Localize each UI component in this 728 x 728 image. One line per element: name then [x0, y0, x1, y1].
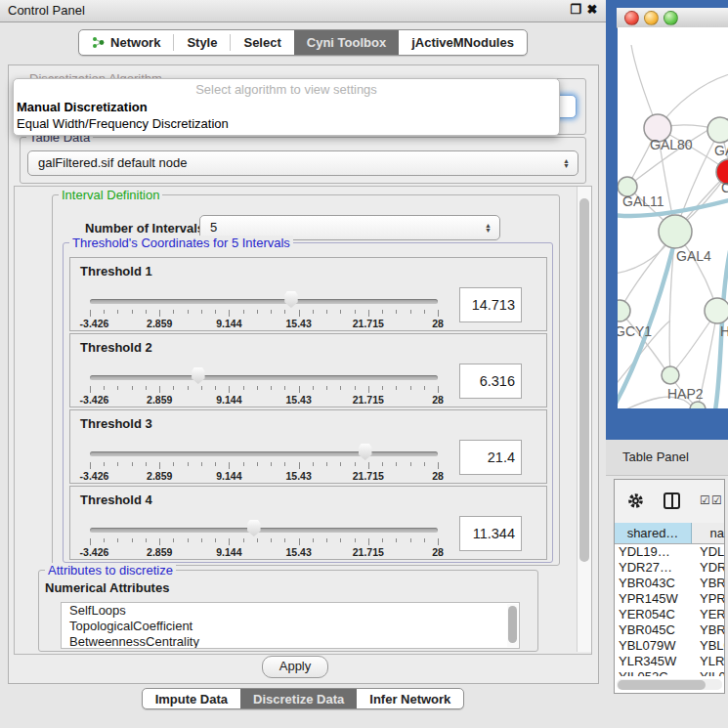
list-item[interactable]: SelfLoops: [62, 603, 519, 619]
table-row[interactable]: YER054CYER0: [615, 607, 724, 622]
threshold-1-value-field[interactable]: 14.713: [459, 287, 522, 322]
tick-mark: [284, 386, 285, 390]
slider-track[interactable]: [90, 299, 438, 304]
column-header-shared-name[interactable]: shared…: [615, 523, 692, 544]
tick-label: 28: [432, 318, 444, 329]
tick-mark: [368, 538, 369, 545]
tab-select[interactable]: Select: [231, 30, 293, 55]
tick-mark: [355, 538, 356, 542]
zoom-traffic-light[interactable]: [664, 11, 678, 25]
network-node-label: HAP2: [667, 386, 704, 402]
network-view-window: GAL80GACGAL11GAL4GCY1HHAP2: [606, 0, 728, 440]
panel-vertical-scrollbar[interactable]: [577, 187, 591, 652]
slider-thumb[interactable]: [283, 291, 298, 308]
app-root: Control Panel ❐ ✖ Network Style: [0, 0, 728, 728]
threshold-2-label: Threshold 2: [80, 340, 152, 355]
tick-label: 28: [432, 394, 444, 406]
network-node-label: GAL4: [676, 248, 711, 264]
threshold-4-value-field[interactable]: 11.344: [459, 516, 522, 551]
popup-option-equal-width-frequency[interactable]: Equal Width/Frequency Discretization: [17, 116, 229, 131]
tick-mark: [104, 386, 105, 390]
slider-track[interactable]: [90, 451, 438, 456]
tick-mark: [410, 462, 411, 466]
tick-mark: [382, 386, 383, 390]
scrollbar-thumb[interactable]: [618, 680, 706, 690]
tick-mark: [146, 386, 147, 390]
table-row[interactable]: YIL052CYIL0: [615, 669, 724, 676]
slider-track[interactable]: [90, 528, 438, 533]
combo-spinner-icon[interactable]: ▲▼: [563, 158, 570, 168]
network-node[interactable]: [662, 366, 679, 384]
checkbox-icon[interactable]: ☑: [711, 493, 722, 507]
table-row[interactable]: YDL19…YDL1: [615, 544, 724, 560]
scrollbar-thumb[interactable]: [579, 198, 589, 562]
tick-label: 2.859: [147, 394, 172, 406]
tick-mark: [173, 538, 174, 542]
algorithm-dropdown-popup: Select algorithm to view settings Manual…: [13, 78, 560, 136]
tab-style[interactable]: Style: [174, 30, 230, 55]
interval-definition-group: Interval Definition Number of Intervals …: [52, 194, 560, 566]
slider-thumb[interactable]: [191, 367, 205, 384]
close-icon[interactable]: ✖: [584, 2, 600, 18]
columns-icon[interactable]: [664, 492, 680, 509]
tick-mark: [229, 538, 230, 545]
tick-mark: [243, 462, 244, 466]
numerical-attributes-list[interactable]: SelfLoops TopologicalCoefficient Between…: [61, 602, 520, 649]
tick-mark: [340, 310, 341, 314]
tick-label: 2.859: [147, 546, 172, 558]
table-toolbar: ☑ ☑: [615, 480, 724, 524]
tick-label: 21.715: [353, 470, 384, 482]
table-row[interactable]: YDR27…YDR2: [615, 560, 724, 576]
tick-mark: [117, 462, 118, 466]
tab-jactivemnodules[interactable]: jActiveMNodules: [399, 30, 527, 55]
combo-spinner-icon[interactable]: ▲▼: [485, 223, 492, 233]
table-row[interactable]: YPR145WYPR1: [615, 591, 724, 607]
network-node[interactable]: [659, 215, 692, 248]
tick-mark: [201, 538, 202, 542]
tab-network[interactable]: Network: [79, 30, 173, 55]
float-window-icon[interactable]: ❐: [568, 2, 583, 18]
network-canvas[interactable]: GAL80GACGAL11GAL4GCY1HHAP2: [618, 27, 728, 408]
threshold-3-value-field[interactable]: 21.4: [459, 440, 522, 475]
slider-track[interactable]: [90, 375, 438, 380]
tab-infer-network[interactable]: Infer Network: [357, 689, 463, 708]
threshold-4-slider[interactable]: [90, 520, 438, 537]
checkbox-icon[interactable]: ☑: [700, 493, 710, 507]
minimize-traffic-light[interactable]: [644, 11, 659, 25]
popup-option-manual-discretization[interactable]: Manual Discretization: [17, 100, 148, 114]
table-row[interactable]: YBL079WYBL0: [615, 638, 724, 654]
column-header-name[interactable]: na: [692, 523, 724, 544]
tick-mark: [313, 462, 314, 466]
table-row[interactable]: YLR345WYLR3: [615, 654, 724, 669]
table-data-combobox[interactable]: galFiltered.sif default node ▲▼: [27, 150, 578, 176]
tab-impute-data[interactable]: Impute Data: [143, 689, 240, 708]
threshold-1-slider[interactable]: [90, 291, 438, 309]
threshold-2-value-field[interactable]: 6.316: [459, 364, 522, 399]
list-item[interactable]: BetweennessCentrality: [62, 634, 519, 649]
tab-discretize-data[interactable]: Discretize Data: [240, 689, 357, 708]
tick-mark: [355, 310, 356, 314]
table-row[interactable]: YBR045CYBR0: [615, 622, 724, 638]
network-node[interactable]: [618, 300, 630, 321]
scrollbar-thumb[interactable]: [508, 606, 517, 643]
threshold-3-slider[interactable]: [90, 444, 438, 461]
table-horizontal-scrollbar[interactable]: [617, 679, 722, 690]
slider-thumb[interactable]: [246, 520, 261, 536]
network-node[interactable]: [705, 298, 728, 323]
slider-thumb[interactable]: [358, 444, 372, 460]
threshold-2-slider[interactable]: [90, 367, 438, 385]
tick-mark: [410, 310, 411, 314]
gear-icon[interactable]: [627, 492, 644, 512]
network-node[interactable]: [707, 117, 728, 143]
tick-mark: [243, 310, 244, 314]
list-item[interactable]: TopologicalCoefficient: [62, 619, 519, 634]
tab-cyni-toolbox[interactable]: Cyni Toolbox: [294, 30, 399, 55]
table-row[interactable]: YBR043CYBR0: [615, 576, 724, 591]
settings-scroll-panel: Interval Definition Number of Intervals …: [14, 186, 592, 655]
tick-mark: [299, 538, 300, 545]
apply-button[interactable]: Apply: [262, 656, 328, 678]
network-node-label: GA: [714, 143, 728, 158]
list-scrollbar[interactable]: [507, 604, 518, 647]
threshold-3-label: Threshold 3: [80, 416, 152, 431]
close-traffic-light[interactable]: [624, 11, 639, 25]
